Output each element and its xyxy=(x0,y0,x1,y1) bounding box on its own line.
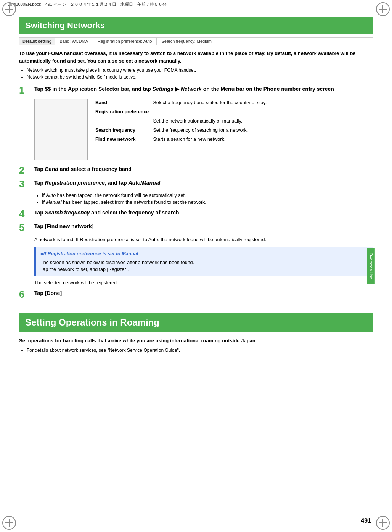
step-6-number: 6 xyxy=(19,289,31,299)
bullet-item-1: Network cannot be switched while Self mo… xyxy=(27,74,373,80)
crosshair-br xyxy=(376,516,390,530)
section1-bullets: Network switching must take place in a c… xyxy=(27,68,373,80)
step-1: 1 Tap $$ in the Application Selector bar… xyxy=(19,85,373,95)
detail-value-1b: Set the network automatically or manuall… xyxy=(153,117,373,125)
detail-value-1 xyxy=(152,108,373,116)
selected-network-text: The selected network will be registered. xyxy=(34,280,373,285)
step-2-text: Tap Band and select a frequency band xyxy=(34,165,373,173)
crosshair-tr xyxy=(376,2,390,16)
detail-value-3: Starts a search for a new network. xyxy=(153,135,373,143)
default-setting-bar: Default setting Band: WCDMA Registration… xyxy=(19,37,373,45)
side-label: Overseas Use xyxy=(367,248,375,284)
step-1-number: 1 xyxy=(19,85,31,95)
step-4: 4 Tap Search frequency and select the fr… xyxy=(19,209,373,219)
manual-note-body: The screen as shown below is displayed a… xyxy=(40,259,368,274)
step-5: 5 Tap [Find new network] xyxy=(19,222,373,232)
step3-bullet-1: If Manual has been tapped, select from t… xyxy=(42,200,373,205)
step-2-number: 2 xyxy=(19,165,31,175)
step-5-number: 5 xyxy=(19,222,31,232)
detail-row-3: Find new network : Starts a search for a… xyxy=(95,135,373,143)
detail-colon-0: : xyxy=(150,99,151,106)
bullet-item-0: Network switching must take place in a c… xyxy=(27,68,373,73)
section-divider xyxy=(19,305,373,305)
detail-colon-1b: : xyxy=(150,117,151,125)
section1-intro: To use your FOMA handset overseas, it is… xyxy=(19,50,373,64)
step3-bullet-0: If Auto has been tapped, the network fou… xyxy=(42,193,373,198)
step-6-text: Tap [Done] xyxy=(34,289,373,297)
step5-description: A network is found. If Registration pref… xyxy=(34,236,373,243)
crosshair-bl xyxy=(2,516,16,530)
step-2: 2 Tap Band and select a frequency band xyxy=(19,165,373,175)
step-3-text: Tap Registration preference, and tap Aut… xyxy=(34,179,373,187)
header-meta: 00M1000EN.book 491 ページ ２００４年１１月２４日 水曜日 午… xyxy=(8,2,167,7)
default-value-2: Search frequency: Medium xyxy=(157,38,216,45)
step-4-number: 4 xyxy=(19,209,31,219)
detail-row-1b: : Set the network automatically or manua… xyxy=(95,117,373,125)
crosshair-tl xyxy=(2,2,16,16)
detail-value-2: Set the frequency of searching for a net… xyxy=(153,126,373,134)
step1-screenshot xyxy=(34,99,88,160)
page-number: 491 xyxy=(361,517,371,524)
section2-intro: Set operations for handling calls that a… xyxy=(19,337,373,345)
detail-label-1: Registration preference xyxy=(95,108,149,116)
detail-value-0: Select a frequency band suited for the c… xyxy=(153,99,373,106)
detail-label-3: Find new network xyxy=(95,135,149,143)
default-value-1: Registration preference: Auto xyxy=(93,38,157,45)
step1-details: Band : Select a frequency band suited fo… xyxy=(95,99,373,160)
step-1-text: Tap $$ in the Application Selector bar, … xyxy=(34,85,373,93)
header-bar: 00M1000EN.book 491 ページ ２００４年１１月２４日 水曜日 午… xyxy=(0,0,392,9)
default-value-0: Band: WCDMA xyxy=(55,38,93,45)
detail-row-0: Band : Select a frequency band suited fo… xyxy=(95,99,373,106)
detail-label-1b xyxy=(95,117,149,125)
detail-colon-2: : xyxy=(150,126,151,134)
manual-note: ■If Registration preference is set to Ma… xyxy=(34,247,373,276)
detail-row-2: Search frequency : Set the frequency of … xyxy=(95,126,373,134)
step-3-number: 3 xyxy=(19,179,31,189)
step3-bullets: If Auto has been tapped, the network fou… xyxy=(42,193,373,205)
step1-content: Band : Select a frequency band suited fo… xyxy=(34,99,373,160)
section2-title: Setting Operations in Roaming xyxy=(19,313,373,332)
detail-label-0: Band xyxy=(95,99,149,106)
section2-bullet-0: For details about network services, see … xyxy=(27,348,373,353)
step-3: 3 Tap Registration preference, and tap A… xyxy=(19,179,373,189)
step-5-text: Tap [Find new network] xyxy=(34,222,373,231)
detail-label-2: Search frequency xyxy=(95,126,149,134)
default-setting-label: Default setting xyxy=(19,38,55,45)
detail-colon-3: : xyxy=(150,135,151,143)
section2-bullets: For details about network services, see … xyxy=(27,348,373,353)
detail-row-1: Registration preference xyxy=(95,108,373,116)
step-4-text: Tap Search frequency and select the freq… xyxy=(34,209,373,217)
section1-title: Switching Networks xyxy=(19,17,373,34)
main-content: Switching Networks Default setting Band:… xyxy=(0,9,392,370)
manual-note-title: ■If Registration preference is set to Ma… xyxy=(40,250,368,258)
step-6: 6 Tap [Done] xyxy=(19,289,373,299)
